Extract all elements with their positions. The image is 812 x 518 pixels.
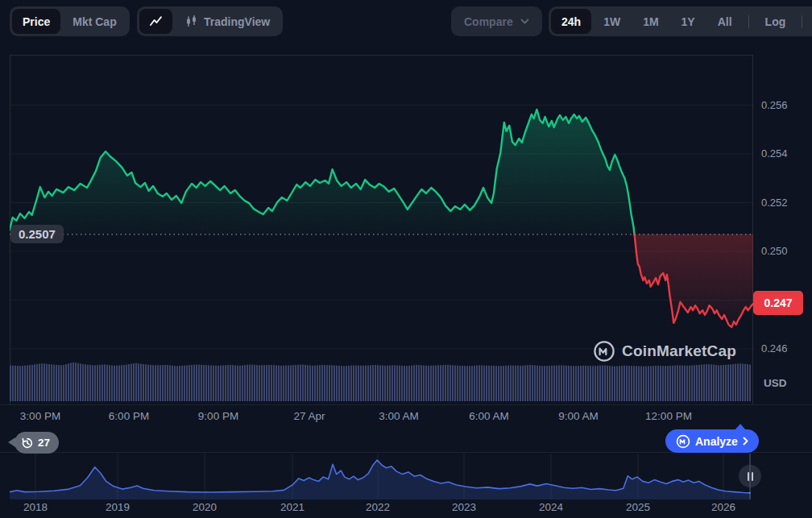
chevron-down-icon (520, 19, 529, 24)
range-24h-button[interactable]: 24h (551, 9, 591, 34)
year-tick-label: 2022 (366, 501, 390, 513)
previous-close-label: 0.2507 (10, 225, 64, 243)
y-tick-label: 0.256 (761, 99, 810, 111)
tradingview-button[interactable]: TradingView (174, 9, 280, 34)
year-tick-label: 2026 (711, 501, 735, 513)
x-tick-label: 12:00 PM (645, 410, 692, 422)
divider (748, 15, 749, 28)
price-tab[interactable]: Price (12, 9, 60, 34)
price-area-up (10, 110, 635, 234)
axis-divider-line (0, 404, 812, 405)
y-tick-label: 0.246 (761, 342, 810, 354)
line-chart-button[interactable] (139, 9, 172, 34)
currency-unit-label: USD (764, 377, 787, 389)
year-tick-label: 2023 (452, 501, 476, 513)
price-chart-panel: Price Mkt Cap TradingView Compare (0, 0, 812, 518)
range-1m-button[interactable]: 1M (632, 9, 669, 34)
range-1y-button[interactable]: 1Y (671, 9, 706, 34)
chevron-right-icon (743, 437, 748, 445)
x-tick-label: 9:00 AM (558, 410, 599, 422)
x-tick-label: 27 Apr (293, 410, 325, 422)
tradingview-label: TradingView (204, 15, 270, 28)
x-tick-label: 3:00 PM (20, 410, 60, 422)
range-selector: 24h 1W 1M 1Y All Log (549, 6, 812, 36)
year-tick-label: 2020 (193, 501, 217, 513)
chart-type-toggle: TradingView (137, 6, 283, 36)
compare-label: Compare (464, 15, 513, 28)
history-badge[interactable]: 27 (14, 432, 59, 454)
volume-bars (10, 363, 751, 401)
analyze-chat-icon (676, 434, 690, 449)
current-price-badge: 0.247 (753, 291, 803, 315)
coinmarketcap-watermark: CoinMarketCap (593, 340, 736, 363)
year-tick-label: 2025 (626, 501, 650, 513)
year-tick-label: 2018 (23, 501, 48, 513)
history-count: 27 (38, 437, 50, 449)
analyze-button-tail (735, 424, 746, 430)
coinmarketcap-logo-icon (593, 340, 615, 363)
year-tick-label: 2019 (106, 501, 130, 513)
compare-dropdown[interactable]: Compare (451, 6, 542, 36)
timeline-range-handle[interactable] (739, 465, 761, 487)
analyze-button[interactable]: Analyze (665, 429, 759, 453)
x-tick-label: 6:00 PM (109, 410, 149, 422)
price-mktcap-toggle: Price Mkt Cap (10, 6, 130, 36)
overview-area (10, 460, 751, 499)
year-tick-label: 2024 (539, 501, 563, 513)
y-tick-label: 0.254 (761, 147, 810, 160)
chart-settings-button[interactable] (808, 9, 812, 34)
y-tick-label: 0.252 (761, 197, 810, 209)
x-tick-label: 3:00 AM (379, 410, 419, 422)
analyze-label: Analyze (695, 435, 738, 448)
history-badge-tail (8, 437, 15, 447)
timeline-overview-chart[interactable] (10, 454, 751, 499)
divider (802, 15, 802, 28)
range-all-button[interactable]: All (707, 9, 743, 34)
log-scale-button[interactable]: Log (755, 9, 797, 34)
line-chart-icon (149, 15, 163, 28)
history-clock-icon (21, 437, 34, 450)
price-area-down (635, 234, 754, 327)
x-tick-label: 6:00 AM (469, 410, 509, 422)
y-tick-label: 0.250 (761, 245, 810, 257)
mktcap-tab[interactable]: Mkt Cap (62, 9, 126, 34)
x-tick-label: 9:00 PM (198, 410, 238, 422)
year-tick-label: 2021 (280, 501, 304, 513)
range-1w-button[interactable]: 1W (593, 9, 631, 34)
candlestick-icon (184, 15, 198, 28)
